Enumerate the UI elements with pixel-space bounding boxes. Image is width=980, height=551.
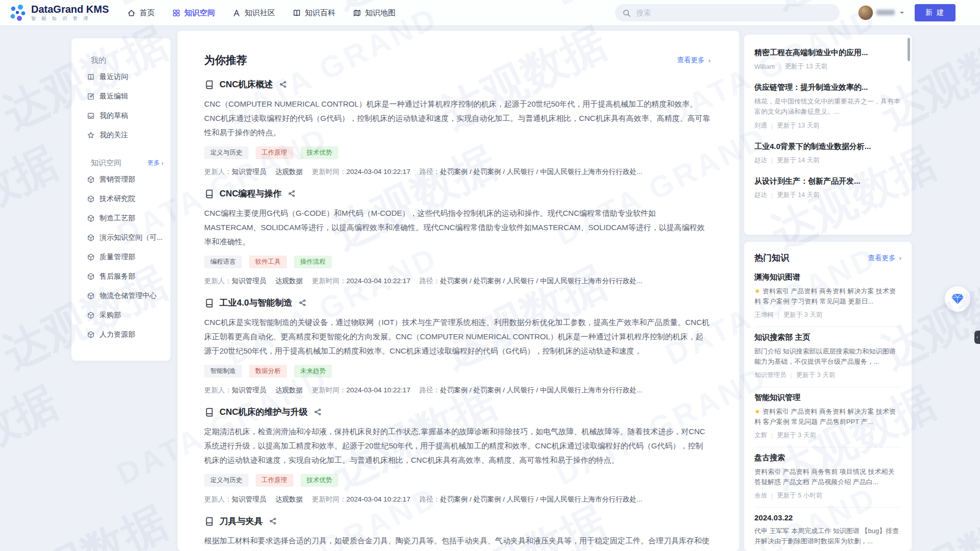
feed-view-more-link[interactable]: 查看更多›: [677, 56, 711, 65]
recommended-article-meta: William | 更新于 13 天前: [754, 62, 901, 71]
updated-time: 更新于 3 天前: [796, 371, 835, 380]
hot-item-desc: 资料索引 产品资料 商务售前 项目情况 技术相关 答疑解惑 产品文档 产品视频介…: [754, 467, 901, 487]
nav-label: 首页: [139, 8, 155, 18]
hot-knowledge-item[interactable]: 知识搜索部 主页 部门介绍 知识搜索部以底层搜索能力和知识图谱能力为基础，不仅提…: [754, 327, 901, 387]
article-title[interactable]: CNC机床概述: [219, 79, 273, 90]
article-tag[interactable]: 智能制造: [204, 365, 242, 378]
article-tag[interactable]: 工作原理: [256, 146, 293, 159]
article-title[interactable]: CNC机床的维护与升级: [219, 406, 308, 418]
nav-item-4[interactable]: 知识百科: [292, 8, 335, 18]
recommended-article[interactable]: 精密工程在高端制造业中的应用... William | 更新于 13 天前: [754, 47, 901, 71]
article-tag[interactable]: 技术优势: [301, 146, 338, 159]
share-icon[interactable]: [299, 299, 306, 307]
hot-knowledge-item[interactable]: 2024.03.22 代申 王军军 本周完成工作 知识图谱 【bug】排查并解决…: [754, 508, 901, 551]
sidebar-item[interactable]: 演示知识空间（可...: [87, 228, 163, 247]
page-title: 为你推荐: [204, 53, 247, 67]
article-header: CNC编程与操作: [204, 188, 710, 199]
recommended-article[interactable]: 工业4.0背景下的制造业数据分析... 赵达 | 更新于 14 天前: [754, 141, 901, 165]
hot-item-title[interactable]: 盘古搜索: [754, 453, 901, 463]
hot-item-title[interactable]: 智能知识管理: [754, 393, 901, 403]
left-sidebar: 我的 最近访问 最近编辑 我的草稿 我的关注 知识空间 更多› 营销管理部 技术…: [71, 38, 170, 361]
sidebar-item[interactable]: 技术研究院: [87, 189, 163, 209]
article-meta: 更新人：知识管理员 达观数据 更新时间：2024-03-04 10:22:17 …: [204, 167, 710, 177]
hot-item-desc: 部门介绍 知识搜索部以底层搜索能力和知识图谱能力为基础，不仅提供平台级产品服务，…: [754, 346, 901, 367]
cube-icon: [87, 311, 95, 319]
nav-item-5[interactable]: 知识地图: [353, 8, 396, 18]
article-tag[interactable]: 定义与历史: [204, 474, 249, 487]
share-icon[interactable]: [288, 190, 296, 197]
chevron-down-icon[interactable]: [900, 12, 904, 16]
sidebar-item[interactable]: 采购部: [87, 306, 163, 325]
sidebar-item[interactable]: 制造工艺部: [87, 209, 163, 228]
hot-view-more-link[interactable]: 查看更多›: [868, 254, 902, 263]
article-header: 工业4.0与智能制造: [204, 297, 710, 309]
open-book-icon: [87, 73, 95, 81]
recommended-article[interactable]: 供应链管理：提升制造业效率的... 桃花，是中国传统文化中的重要花卉之一，具有丰…: [754, 82, 901, 130]
article-tag[interactable]: 数据分析: [249, 365, 287, 378]
drawer-handle[interactable]: ‹: [974, 331, 980, 344]
hot-knowledge-item[interactable]: 智能知识管理 ★资料索引 产品资料 商务资料 解决方案 技术资料 客户案例 常见…: [754, 387, 901, 447]
time-value: 2024-03-04 10:22:17: [347, 277, 410, 285]
nav-item-2[interactable]: 知识空间: [172, 8, 215, 18]
sidebar-item[interactable]: 质量管理部: [87, 247, 163, 267]
avatar[interactable]: [859, 6, 873, 20]
user-name-redacted[interactable]: [876, 10, 895, 15]
sidebar-item[interactable]: 最近编辑: [87, 87, 163, 106]
path-value[interactable]: 处罚案例 / 处罚案例 / 人民银行 / 中国人民银行上海市分行行政处...: [440, 495, 642, 503]
path-value[interactable]: 处罚案例 / 处罚案例 / 人民银行 / 中国人民银行上海市分行行政处...: [440, 386, 642, 394]
sidebar-item[interactable]: 最近访问: [87, 67, 163, 87]
article-tag[interactable]: 编程语言: [204, 256, 242, 268]
article-title[interactable]: 工业4.0与智能制造: [219, 297, 292, 309]
global-search[interactable]: [615, 4, 840, 21]
article-description: 定期清洁机床，检查润滑油和冷却液，保持机床良好的工作状态,掌握基本的故障诊断和排…: [204, 424, 710, 467]
sidebar-item[interactable]: 营销管理部: [87, 170, 163, 189]
hot-item-title[interactable]: 渊海知识图谱: [754, 272, 901, 282]
sidebar-item[interactable]: 我的关注: [87, 126, 163, 145]
search-input[interactable]: [635, 8, 832, 17]
nav-item-3[interactable]: 知识社区: [232, 8, 275, 18]
path-value[interactable]: 处罚案例 / 处罚案例 / 人民银行 / 中国人民银行上海市分行行政处...: [440, 168, 642, 176]
article-tag[interactable]: 工作原理: [256, 474, 293, 487]
updater-label: 更新人：: [204, 386, 232, 394]
sidebar-item[interactable]: 物流仓储管理中心: [87, 286, 163, 306]
sidebar-item-label: 人力资源部: [100, 330, 135, 339]
recommended-article-title[interactable]: 供应链管理：提升制造业效率的...: [754, 82, 901, 92]
path-label: 路径：: [420, 495, 440, 503]
updated-time: 更新于 13 天前: [785, 62, 827, 71]
ai-assistant-button[interactable]: [945, 286, 970, 312]
sidebar-section-mine: 我的 最近访问 最近编辑 我的草稿 我的关注: [87, 56, 163, 145]
article-tag[interactable]: 未来趋势: [294, 365, 332, 378]
hot-item-title[interactable]: 2024.03.22: [754, 513, 901, 522]
spaces-more-link[interactable]: 更多›: [148, 159, 163, 167]
updated-time: 更新于 14 天前: [777, 156, 819, 165]
sidebar-item[interactable]: 售后服务部: [87, 267, 163, 286]
share-icon[interactable]: [269, 517, 277, 525]
recommended-article-title[interactable]: 从设计到生产：创新产品开发...: [754, 176, 901, 186]
article-title[interactable]: CNC编程与操作: [219, 188, 282, 199]
inbox-icon: [87, 112, 95, 120]
sidebar-item[interactable]: 我的草稿: [87, 106, 163, 126]
path-value[interactable]: 处罚案例 / 处罚案例 / 人民银行 / 中国人民银行上海市分行行政处...: [440, 277, 642, 285]
app-logo[interactable]: DataGrand KMS 智 能 知 识 管 理: [8, 4, 109, 22]
article-tag[interactable]: 技术优势: [301, 474, 338, 487]
article-tag[interactable]: 软件工具: [249, 256, 287, 268]
nav-item-1[interactable]: 首页: [127, 8, 155, 18]
scrollbar-thumb[interactable]: [908, 38, 910, 61]
share-icon[interactable]: [314, 408, 322, 416]
new-button[interactable]: 新 建: [915, 4, 955, 21]
recommended-article-title[interactable]: 精密工程在高端制造业中的应用...: [754, 47, 901, 58]
recommended-article-title[interactable]: 工业4.0背景下的制造业数据分析...: [754, 141, 901, 152]
sidebar-item[interactable]: 人力资源部: [87, 325, 163, 344]
hot-item-title[interactable]: 知识搜索部 主页: [754, 333, 901, 342]
share-icon[interactable]: [279, 81, 287, 88]
article-tag[interactable]: 操作流程: [294, 256, 332, 268]
recommended-article[interactable]: 从设计到生产：创新产品开发... 赵达 | 更新于 14 天前: [754, 176, 901, 199]
hot-knowledge-item[interactable]: 渊海知识图谱 ★资料索引 产品资料 商务资料 解决方案 技术资料 客户案例 学习…: [754, 267, 901, 327]
org-value: 达观数据: [275, 277, 303, 285]
book-icon: [204, 298, 214, 308]
hot-knowledge-item[interactable]: 盘古搜索 资料索引 产品资料 商务售前 项目情况 技术相关 答疑解惑 产品文档 …: [754, 447, 901, 508]
article-tag[interactable]: 定义与历史: [204, 146, 249, 159]
article-title[interactable]: 刀具与夹具: [219, 515, 263, 527]
hot-item-desc-text: 资料索引 产品资料 商务资料 解决方案 技术资料 客户案例 学习资料 常见问题 …: [754, 287, 896, 305]
recommended-article-meta: 赵达 | 更新于 14 天前: [754, 156, 901, 165]
